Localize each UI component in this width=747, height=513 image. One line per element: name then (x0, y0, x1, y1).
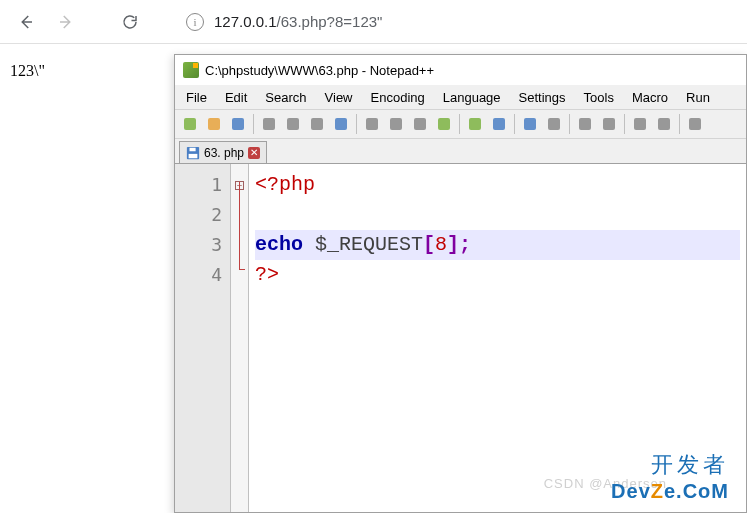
copy-button[interactable] (258, 113, 280, 135)
reload-button[interactable] (114, 6, 146, 38)
paste2-button[interactable] (409, 113, 431, 135)
menu-item-search[interactable]: Search (258, 88, 313, 107)
save-disk-icon (186, 146, 200, 160)
paste-button[interactable] (306, 113, 328, 135)
menu-item-view[interactable]: View (318, 88, 360, 107)
window-titlebar[interactable]: C:\phpstudy\WWW\63.php - Notepad++ (175, 55, 746, 85)
copy2-button[interactable] (385, 113, 407, 135)
svg-rect-17 (634, 118, 646, 130)
reload-icon (121, 13, 139, 31)
tab-close-icon[interactable]: ✕ (248, 147, 260, 159)
svg-rect-6 (335, 118, 347, 130)
zoom-out-button[interactable] (574, 113, 596, 135)
menu-item-language[interactable]: Language (436, 88, 508, 107)
wrap-button[interactable] (629, 113, 651, 135)
menu-item-edit[interactable]: Edit (218, 88, 254, 107)
menu-item-file[interactable]: File (179, 88, 214, 107)
svg-rect-8 (390, 118, 402, 130)
svg-rect-13 (524, 118, 536, 130)
menu-item-encoding[interactable]: Encoding (364, 88, 432, 107)
svg-rect-5 (311, 118, 323, 130)
svg-rect-4 (287, 118, 299, 130)
fold-gutter: − (231, 164, 249, 512)
svg-rect-0 (184, 118, 196, 130)
undo-button[interactable] (433, 113, 455, 135)
show-all-button[interactable] (653, 113, 675, 135)
menu-item-tools[interactable]: Tools (577, 88, 621, 107)
svg-rect-16 (603, 118, 615, 130)
address-bar[interactable]: i 127.0.0.1/63.php?8=123" (174, 6, 737, 38)
svg-rect-19 (689, 118, 701, 130)
code-line[interactable]: <?php (255, 170, 740, 200)
new-file-button[interactable] (179, 113, 201, 135)
cut2-button[interactable] (282, 113, 304, 135)
menu-item-settings[interactable]: Settings (512, 88, 573, 107)
svg-rect-11 (469, 118, 481, 130)
back-button[interactable] (10, 6, 42, 38)
site-info-icon[interactable]: i (186, 13, 204, 31)
code-area[interactable]: <?phpecho $_REQUEST[8];?> (249, 164, 746, 512)
svg-rect-2 (232, 118, 244, 130)
code-line[interactable]: ?> (255, 260, 740, 290)
notepadpp-app-icon (183, 62, 199, 78)
sync-button[interactable] (598, 113, 620, 135)
svg-rect-14 (548, 118, 560, 130)
zoom-in-button[interactable] (543, 113, 565, 135)
open-file-button[interactable] (203, 113, 225, 135)
notepadpp-window: C:\phpstudy\WWW\63.php - Notepad++ FileE… (174, 54, 747, 513)
svg-rect-18 (658, 118, 670, 130)
menu-item-run[interactable]: Run (679, 88, 717, 107)
indent-button[interactable] (684, 113, 706, 135)
cut-button[interactable] (361, 113, 383, 135)
svg-rect-1 (208, 118, 220, 130)
svg-rect-9 (414, 118, 426, 130)
fold-guide-line (239, 182, 240, 270)
line-number-gutter: 1234 (175, 164, 231, 512)
watermark-faint: CSDN @Anderson (544, 476, 667, 491)
page-content: 123\" (10, 62, 45, 80)
svg-rect-3 (263, 118, 275, 130)
find-button[interactable] (488, 113, 510, 135)
browser-toolbar: i 127.0.0.1/63.php?8=123" (0, 0, 747, 44)
arrow-left-icon (17, 13, 35, 31)
menu-item-macro[interactable]: Macro (625, 88, 675, 107)
save-button[interactable] (227, 113, 249, 135)
window-title: C:\phpstudy\WWW\63.php - Notepad++ (205, 63, 434, 78)
code-editor[interactable]: 1234 − <?phpecho $_REQUEST[8];?> (175, 163, 746, 512)
tab-bar: 63. php ✕ (175, 139, 746, 163)
svg-rect-22 (190, 147, 196, 151)
url-display: 127.0.0.1/63.php?8=123" (214, 13, 382, 30)
svg-rect-12 (493, 118, 505, 130)
toolbar (175, 109, 746, 139)
svg-rect-10 (438, 118, 450, 130)
replace-button[interactable] (519, 113, 541, 135)
print-button[interactable] (330, 113, 352, 135)
code-line[interactable] (255, 200, 740, 230)
svg-rect-21 (189, 153, 198, 157)
arrow-right-icon (57, 13, 75, 31)
menu-bar: FileEditSearchViewEncodingLanguageSettin… (175, 85, 746, 109)
code-line[interactable]: echo $_REQUEST[8]; (255, 230, 740, 260)
forward-button[interactable] (50, 6, 82, 38)
redo-button[interactable] (464, 113, 486, 135)
tab-label: 63. php (204, 146, 244, 160)
svg-rect-15 (579, 118, 591, 130)
file-tab[interactable]: 63. php ✕ (179, 141, 267, 163)
svg-rect-7 (366, 118, 378, 130)
